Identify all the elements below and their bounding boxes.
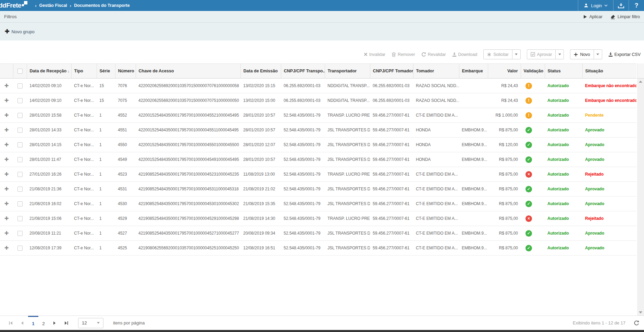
request-dropdown-button[interactable] bbox=[512, 50, 520, 59]
breadcrumb-item-gestao-fiscal[interactable]: Gestão Fiscal bbox=[39, 3, 67, 8]
cell-situacao: Rejeitado bbox=[582, 167, 636, 182]
header-numero[interactable]: Número bbox=[115, 64, 136, 79]
header-tipo[interactable]: Tipo bbox=[71, 64, 97, 79]
header-cnpj-transportador[interactable]: CNPJ/CPF Transpo... bbox=[281, 64, 325, 79]
expand-row-icon[interactable]: ✚ bbox=[4, 112, 9, 118]
row-checkbox[interactable] bbox=[17, 201, 23, 206]
help-button[interactable]: ? bbox=[629, 0, 644, 11]
scroll-down-icon[interactable] bbox=[639, 311, 642, 313]
row-checkbox[interactable] bbox=[17, 83, 23, 88]
row-checkbox[interactable] bbox=[17, 157, 23, 162]
table-row[interactable]: ✚28/01/2020 11:47CT-e Nor...145494220015… bbox=[0, 152, 636, 167]
first-page-button[interactable] bbox=[5, 316, 16, 330]
expand-row-icon[interactable]: ✚ bbox=[4, 127, 9, 133]
row-checkbox[interactable] bbox=[17, 113, 23, 118]
table-row[interactable]: ✚28/01/2020 14:15CT-e Nor...145504220015… bbox=[0, 138, 636, 152]
expand-row-icon[interactable]: ✚ bbox=[4, 186, 9, 192]
table-row[interactable]: ✚28/01/2020 14:33CT-e Nor...145514220015… bbox=[0, 123, 636, 138]
header-embarque[interactable]: Embarque bbox=[459, 64, 488, 79]
invalidate-button[interactable]: Invalidar bbox=[364, 52, 385, 57]
approve-button[interactable]: Aprovar bbox=[527, 50, 556, 59]
scrollbar-track[interactable] bbox=[637, 79, 644, 316]
expand-row-icon[interactable]: ✚ bbox=[4, 83, 9, 89]
next-page-button[interactable] bbox=[49, 316, 60, 330]
cell-transportador: JSL TRANSPORTES D... bbox=[325, 152, 370, 167]
request-button[interactable]: Solicitar bbox=[484, 50, 512, 59]
header-data-emissao[interactable]: Data de Emissão bbox=[240, 64, 281, 79]
table-row[interactable]: ✚12/08/2019 17:39CT-e Nor...145254219080… bbox=[0, 241, 636, 256]
header-transportador[interactable]: Transportador bbox=[325, 64, 370, 79]
expand-row-icon[interactable]: ✚ bbox=[4, 171, 9, 177]
sort-desc-icon: ↓ bbox=[67, 69, 70, 73]
cell-tomador: RAZAO SOCIAL NDD... bbox=[413, 79, 459, 93]
cell-recepcao: 14/02/2020 09:10 bbox=[27, 79, 71, 93]
header-serie[interactable]: Série bbox=[97, 64, 115, 79]
checkbox-check-icon bbox=[531, 52, 535, 57]
page-size-select[interactable]: 12 bbox=[78, 318, 103, 328]
scroll-up-icon[interactable] bbox=[639, 81, 642, 83]
header-situacao[interactable]: Situação bbox=[582, 64, 636, 79]
remove-button[interactable]: Remover bbox=[392, 52, 415, 57]
table-row[interactable]: ✚14/02/2020 09:10CT-e Nor...157075422002… bbox=[0, 93, 636, 108]
row-checkbox[interactable] bbox=[17, 128, 23, 133]
row-checkbox[interactable] bbox=[17, 231, 23, 236]
select-all-checkbox[interactable] bbox=[17, 69, 23, 74]
app-logo[interactable]: ddFrete bbox=[0, 0, 27, 11]
table-row[interactable]: ✚14/02/2020 09:10CT-e Nor...157076422002… bbox=[0, 79, 636, 93]
expand-row-icon[interactable]: ✚ bbox=[4, 201, 9, 207]
header-cnpj-tomador[interactable]: CNPJ/CPF Tomador bbox=[370, 64, 413, 79]
header-chave-acesso[interactable]: Chave de Acesso bbox=[136, 64, 240, 79]
row-checkbox[interactable] bbox=[17, 216, 23, 221]
table-row[interactable]: ✚20/08/2019 11:21CT-e Nor...145274219085… bbox=[0, 226, 636, 241]
cell-validacao: ✓ bbox=[521, 226, 545, 241]
revalidate-button[interactable]: Revalidar bbox=[421, 52, 446, 57]
expand-row-icon[interactable]: ✚ bbox=[4, 156, 9, 163]
expand-row-icon[interactable]: ✚ bbox=[4, 142, 9, 148]
page-button-2[interactable]: 2 bbox=[38, 316, 49, 330]
cell-emissao: 28/01/2020 12:07 bbox=[240, 138, 281, 152]
cell-emissao: 28/01/2020 10:57 bbox=[240, 152, 281, 167]
breadcrumb-item-documentos-transporte[interactable]: Documentos do Transporte bbox=[74, 3, 130, 8]
plus-icon: ✚ bbox=[5, 29, 9, 34]
row-checkbox[interactable] bbox=[17, 172, 23, 177]
table-row[interactable]: ✚21/08/2019 21:36CT-e Nor...145314219085… bbox=[0, 182, 636, 197]
clear-filter-button[interactable]: Limpar filtro bbox=[610, 14, 640, 19]
header-data-recepcao[interactable]: Data de Recepção↓ bbox=[27, 64, 71, 79]
new-group-button[interactable]: ✚ Novo grupo bbox=[5, 29, 35, 34]
vertical-scrollbar[interactable] bbox=[637, 63, 644, 316]
table-row[interactable]: ✚21/08/2019 15:06CT-e Nor...145294219085… bbox=[0, 211, 636, 226]
header-status[interactable]: Status bbox=[545, 64, 582, 79]
header-validacao[interactable]: Validação bbox=[521, 64, 545, 79]
export-csv-button[interactable]: Exportar CSV bbox=[608, 52, 641, 57]
header-valor[interactable]: Valor bbox=[488, 64, 521, 79]
downloads-button[interactable] bbox=[614, 0, 629, 11]
table-row[interactable]: ✚28/01/2020 15:58CT-e Nor...145524220015… bbox=[0, 108, 636, 123]
refresh-grid-button[interactable] bbox=[634, 320, 639, 325]
previous-page-button[interactable] bbox=[16, 316, 28, 330]
row-checkbox[interactable] bbox=[17, 187, 23, 192]
row-checkbox[interactable] bbox=[17, 246, 23, 251]
expand-row-icon[interactable]: ✚ bbox=[4, 245, 9, 251]
download-button[interactable]: Download bbox=[452, 52, 478, 57]
new-dropdown-button[interactable] bbox=[594, 50, 602, 59]
row-checkbox[interactable] bbox=[17, 98, 23, 103]
cell-tipo: CT-e Nor... bbox=[71, 167, 97, 182]
export-icon bbox=[608, 52, 613, 57]
approve-dropdown-button[interactable] bbox=[555, 50, 564, 59]
table-row[interactable]: ✚27/01/2020 16:26CT-e Nor...145234219085… bbox=[0, 167, 636, 182]
new-button[interactable]: Novo bbox=[570, 50, 593, 59]
expand-row-icon[interactable]: ✚ bbox=[4, 97, 9, 104]
last-page-button[interactable] bbox=[60, 316, 72, 330]
expand-row-icon[interactable]: ✚ bbox=[4, 215, 9, 222]
header-tomador[interactable]: Tomador bbox=[413, 64, 459, 79]
table-row[interactable]: ✚21/08/2019 16:02CT-e Nor...145304219085… bbox=[0, 197, 636, 211]
cell-numero: 4523 bbox=[115, 167, 136, 182]
page-button-1[interactable]: 1 bbox=[28, 316, 38, 330]
login-menu[interactable]: Login bbox=[578, 0, 613, 11]
apply-filter-button[interactable]: Aplicar bbox=[583, 14, 602, 19]
expand-row-icon[interactable]: ✚ bbox=[4, 230, 9, 236]
cell-recepcao: 28/01/2020 14:33 bbox=[27, 123, 71, 138]
cell-serie: 1 bbox=[97, 241, 115, 256]
cell-tomador: CT-E EMITIDO EM A... bbox=[413, 197, 459, 211]
row-checkbox[interactable] bbox=[17, 142, 23, 147]
